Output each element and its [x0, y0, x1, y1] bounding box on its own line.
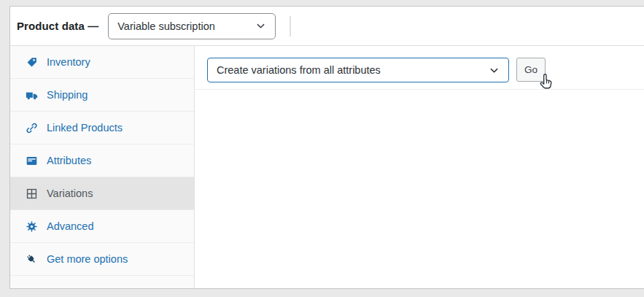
tab-label: Attributes: [47, 155, 91, 166]
tab-attributes[interactable]: Attributes: [10, 144, 194, 177]
go-button[interactable]: Go: [516, 58, 546, 82]
truck-icon: [26, 89, 38, 101]
chevron-down-icon: [255, 20, 266, 31]
panel-header: Product data — Variable subscription: [10, 7, 644, 46]
product-type-select[interactable]: Variable subscription: [108, 13, 276, 39]
page-background: Product data — Variable subscription Inv…: [0, 0, 644, 297]
tab-label: Shipping: [47, 89, 88, 101]
grid-icon: [26, 188, 38, 200]
panel-title: Product data —: [17, 20, 98, 32]
tab-label: Linked Products: [47, 122, 123, 134]
form-card-icon: [26, 155, 38, 167]
panel-body: Inventory Shipping Linked Products: [10, 46, 644, 288]
variation-action-select-value: Create variations from all attributes: [217, 64, 381, 76]
chevron-down-icon: [489, 65, 500, 76]
plug-icon: [26, 253, 38, 266]
tab-label: Advanced: [47, 220, 94, 232]
go-button-wrap: Go: [516, 58, 546, 82]
link-icon: [26, 122, 38, 134]
gear-icon: [26, 220, 38, 233]
variations-toolbar: Create variations from all attributes Go: [195, 46, 644, 90]
variations-content-empty: [195, 90, 644, 288]
tab-linked-products[interactable]: Linked Products: [10, 112, 194, 144]
tab-inventory[interactable]: Inventory: [10, 46, 194, 79]
tab-label: Variations: [47, 188, 93, 199]
tab-label: Get more options: [47, 253, 128, 265]
product-type-select-value: Variable subscription: [117, 20, 215, 32]
header-separator: [290, 16, 291, 36]
tab-get-more-options[interactable]: Get more options: [10, 243, 194, 276]
tab-shipping[interactable]: Shipping: [10, 79, 194, 112]
tab-label: Inventory: [47, 56, 90, 68]
tab-advanced[interactable]: Advanced: [10, 210, 194, 243]
variations-panel: Create variations from all attributes Go: [195, 46, 644, 288]
product-data-tabs: Inventory Shipping Linked Products: [10, 46, 195, 288]
product-data-panel: Product data — Variable subscription Inv…: [9, 6, 644, 289]
variation-action-select[interactable]: Create variations from all attributes: [207, 58, 509, 82]
tag-icon: [26, 56, 38, 69]
tab-variations[interactable]: Variations: [10, 177, 194, 210]
